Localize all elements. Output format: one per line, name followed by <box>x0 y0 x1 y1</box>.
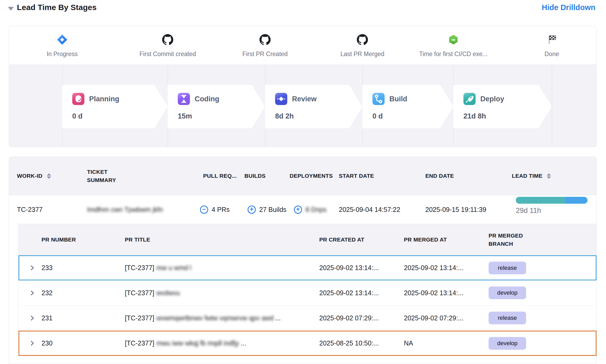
milestone-done: Done <box>517 33 586 58</box>
work-item-row[interactable]: TC-2377 Imdfnm cwn Tpwbwm jkfn − 4 PRs +… <box>9 195 596 224</box>
col-pr-title: PR TITLE <box>125 224 150 255</box>
pr-number: 232 <box>42 280 53 305</box>
branch-badge: release <box>489 262 526 274</box>
start-date-value: 2025-09-04 14:57:22 <box>339 195 400 224</box>
pull-requests-cell: − 4 PRs <box>200 195 230 224</box>
pr-table: PR NUMBER PR TITLE PR CREATED AT PR MERG… <box>18 224 597 356</box>
github-icon <box>133 33 202 46</box>
milestone-in-progress: In Progress <box>28 33 97 58</box>
chevron-right-icon[interactable] <box>29 255 36 280</box>
svg-text:∞: ∞ <box>452 37 455 43</box>
lead-time-bar-blue-segment <box>565 197 587 204</box>
stage-deploy: Deploy 21d 8h <box>453 85 552 128</box>
pr-number: 230 <box>42 331 53 356</box>
chevron-right-icon[interactable] <box>29 306 36 330</box>
collapse-triangle-icon[interactable] <box>8 7 14 11</box>
pr-table-row[interactable]: 231 [TC-2377]wvwmqwrtbnwv fwtw vqmwrvw q… <box>19 306 596 331</box>
branch-badge: develop <box>489 286 526 299</box>
pr-number: 231 <box>42 306 53 330</box>
stage-planning: Planning 0 d <box>62 85 168 128</box>
jira-icon <box>28 33 97 46</box>
stage-build: Build 0 d <box>362 85 453 128</box>
build-icon <box>372 93 385 105</box>
milestone-cicd: ∞ Time for first CI/CD exe... <box>419 33 488 58</box>
pr-table-row[interactable]: 230 [TC-2377]mwu iww wkqj fb mqdl indfjy… <box>19 331 596 356</box>
sort-lead-time-button[interactable] <box>547 173 551 179</box>
pr-merged-at: 2025-09-02 13:14:... <box>404 255 463 280</box>
coding-icon <box>178 93 190 105</box>
milestone-first-pr: First PR Created <box>231 33 299 58</box>
pr-branch-cell: develop <box>489 331 526 356</box>
pr-table-row[interactable]: 233 [TC-2377]mw u wmd l 2025-09-02 13:14… <box>19 255 596 280</box>
stage-coding: Coding 15m <box>168 85 265 128</box>
col-ticket-summary: TICKET SUMMARY <box>87 157 133 195</box>
expand-deployments-button[interactable]: + <box>294 206 302 214</box>
pr-branch-cell: release <box>489 306 526 330</box>
work-id-value: TC-2377 <box>17 195 43 224</box>
col-work-id: WORK-ID <box>17 157 51 195</box>
pr-title: [TC-2377]mw u wmd l <box>125 255 193 280</box>
branch-badge: release <box>489 312 526 324</box>
pr-merged-at: 2025-09-02 07:29:... <box>404 306 463 330</box>
page-title: Lead Time By Stages <box>17 3 97 12</box>
stage-zone: Planning 0 d Coding 15m <box>9 65 596 147</box>
pr-merged-at: NA <box>404 331 413 356</box>
stages-card: In Progress First Commit created First P… <box>9 26 597 147</box>
pr-created-at: 2025-09-02 13:14:... <box>319 280 379 305</box>
ticket-summary-redacted: Imdfnm cwn Tpwbwm jkfn <box>87 195 190 224</box>
pr-title: [TC-2377]wvwmqwrtbnwv fwtw vqmwrvw qpv a… <box>125 306 281 330</box>
lead-time-value: 29d 11h <box>516 207 587 215</box>
col-lead-time: LEAD TIME <box>512 157 551 195</box>
pr-branch-cell: release <box>489 255 526 280</box>
cicd-icon: ∞ <box>419 33 488 46</box>
pr-merged-at: 2025-09-02 13:14:... <box>404 280 463 305</box>
review-icon <box>275 93 287 105</box>
col-builds: BUILDS <box>244 157 266 195</box>
pr-created-at: 2025-09-02 07:29:... <box>319 306 379 330</box>
milestone-last-pr-merged: Last PR Merged <box>328 33 397 58</box>
github-icon <box>328 33 397 46</box>
col-pull-requests: PULL REQ... <box>203 157 237 195</box>
col-deployments: DEPLOYMENTS <box>290 157 333 195</box>
divider <box>552 65 552 147</box>
pr-branch-cell: develop <box>489 280 526 305</box>
lead-time-bar-teal-segment <box>516 197 565 204</box>
col-pr-merged-branch: PR MERGED BRANCH <box>489 224 532 255</box>
branch-badge: develop <box>489 337 526 350</box>
pr-table-header: PR NUMBER PR TITLE PR CREATED AT PR MERG… <box>19 224 596 255</box>
end-date-value: 2025-09-15 19:11:39 <box>425 195 486 224</box>
pr-number: 233 <box>42 255 53 280</box>
chevron-right-icon[interactable] <box>29 331 36 356</box>
deployments-cell: + 8 Dnps <box>294 195 326 224</box>
drilldown-table-header: WORK-ID TICKET SUMMARY PULL REQ... BUILD… <box>9 157 596 195</box>
lead-time-cell: 29d 11h <box>516 197 587 215</box>
sort-work-id-button[interactable] <box>47 173 51 179</box>
milestone-first-commit: First Commit created <box>133 33 202 58</box>
lead-time-bar <box>516 197 587 204</box>
hide-drilldown-link[interactable]: Hide Drilldown <box>542 3 595 12</box>
deploy-rocket-icon <box>463 93 476 105</box>
pr-created-at: 2025-09-02 13:14:... <box>319 255 379 280</box>
builds-cell: + 27 Builds <box>248 195 286 224</box>
collapse-prs-button[interactable]: − <box>200 206 208 214</box>
github-icon <box>231 33 299 46</box>
lead-time-by-stages-panel: Lead Time By Stages Hide Drilldown In Pr… <box>0 0 606 364</box>
drilldown-table: WORK-ID TICKET SUMMARY PULL REQ... BUILD… <box>9 157 597 364</box>
pr-created-at: 2025-08-25 10:50:... <box>319 331 379 356</box>
col-start-date: START DATE <box>339 157 374 195</box>
panel-header: Lead Time By Stages Hide Drilldown <box>0 0 606 24</box>
col-pr-number: PR NUMBER <box>42 224 76 255</box>
planning-icon <box>72 93 84 105</box>
pr-title: [TC-2377]mwu iww wkqj fb mqdl indfjy... <box>125 331 246 356</box>
col-pr-created-at: PR CREATED AT <box>319 224 364 255</box>
col-end-date: END DATE <box>425 157 454 195</box>
pr-table-row[interactable]: 232 [TC-2377]wvdwvu 2025-09-02 13:14:...… <box>19 280 596 306</box>
pr-title: [TC-2377]wvdwvu <box>125 280 181 305</box>
stage-review: Review 8d 2h <box>265 85 362 128</box>
checkered-flag-icon <box>517 33 586 46</box>
expand-builds-button[interactable]: + <box>248 206 256 214</box>
col-pr-merged-at: PR MERGED AT <box>404 224 447 255</box>
chevron-right-icon[interactable] <box>29 280 36 305</box>
